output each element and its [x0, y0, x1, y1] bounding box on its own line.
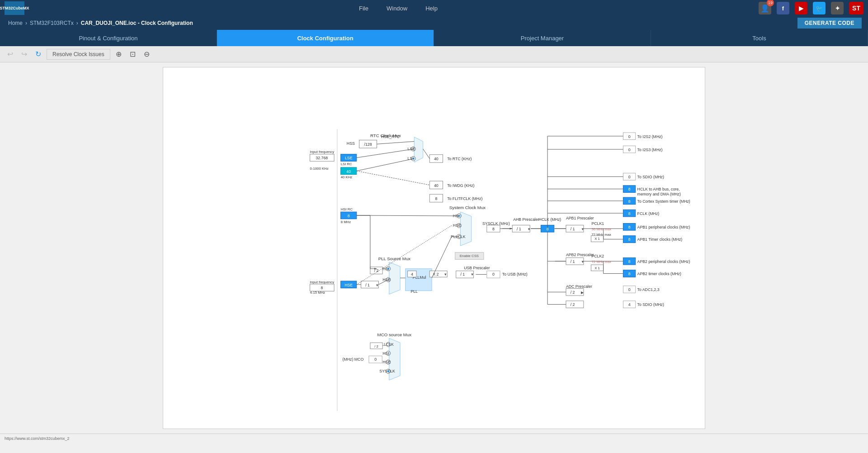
st-logo-icon[interactable]: ST [849, 2, 863, 14]
svg-text:40: 40 [434, 157, 439, 161]
svg-marker-119 [389, 262, 400, 294]
svg-text:To SDIO (MHz): To SDIO (MHz) [637, 302, 664, 307]
svg-text:40: 40 [346, 169, 351, 174]
svg-text:▼: ▼ [376, 283, 379, 287]
fit-button[interactable]: ⊡ [127, 48, 138, 60]
svg-text:HCLK to AHB bus, core,: HCLK to AHB bus, core, [637, 187, 680, 191]
svg-text:8: 8 [628, 187, 631, 191]
svg-text:0: 0 [628, 134, 631, 139]
svg-text:USB Prescaler: USB Prescaler [464, 266, 490, 270]
svg-text:HSE_RTC: HSE_RTC [381, 134, 400, 139]
community-icon[interactable]: ✦ [831, 2, 844, 14]
svg-text:PLL Source Mux: PLL Source Mux [378, 256, 411, 261]
svg-text:HCLK (MHz): HCLK (MHz) [539, 217, 561, 222]
svg-text:/ 1: / 1 [517, 227, 521, 231]
facebook-icon[interactable]: f [777, 2, 789, 14]
svg-text:8: 8 [628, 272, 631, 276]
undo-button[interactable]: ↩ [5, 48, 16, 60]
tab-project[interactable]: Project Manager [434, 30, 651, 46]
svg-text:36 MHz max: 36 MHz max [591, 227, 611, 231]
svg-text:(MHz) MCO: (MHz) MCO [343, 357, 364, 362]
zoom-in-button[interactable]: ⊕ [113, 48, 124, 60]
svg-text:System Clock Mux: System Clock Mux [449, 205, 486, 210]
breadcrumb-device[interactable]: STM32F103RCTx [28, 20, 75, 26]
clock-diagram-canvas: RTC Clock Mux /128 HSS HSE_RTC LSE LSI 4… [163, 67, 705, 429]
svg-text:Input frequency: Input frequency [310, 150, 335, 154]
svg-text:/ 1: / 1 [460, 272, 465, 277]
youtube-icon[interactable]: ▶ [795, 2, 807, 14]
svg-text:0: 0 [628, 287, 631, 292]
svg-text:FCLK (MHz): FCLK (MHz) [637, 211, 660, 216]
svg-text:0: 0 [628, 148, 631, 152]
svg-text:0: 0 [492, 272, 495, 277]
svg-text:HSI RC: HSI RC [341, 207, 353, 211]
top-right-icons: 👤 19 f ▶ 🐦 ✦ ST [759, 2, 863, 14]
svg-text:HSS: HSS [347, 141, 355, 146]
twitter-icon[interactable]: 🐦 [813, 2, 826, 14]
svg-text:8: 8 [628, 199, 631, 204]
svg-text:APB2 Prescaler: APB2 Prescaler [566, 253, 594, 257]
svg-text:To I2S2 (MHz): To I2S2 (MHz) [637, 134, 663, 139]
svg-text:▼: ▼ [581, 260, 585, 264]
tab-tools[interactable]: Tools [651, 30, 868, 46]
svg-text:PCLK1: PCLK1 [591, 221, 604, 226]
svg-text:To IWDG (KHz): To IWDG (KHz) [447, 183, 474, 188]
svg-text:APB1 Timer clocks (MHz): APB1 Timer clocks (MHz) [637, 237, 683, 242]
svg-text:LSI RC: LSI RC [341, 162, 352, 166]
svg-point-164 [387, 371, 389, 372]
svg-text:X 1: X 1 [594, 237, 600, 241]
svg-text:HSE: HSE [344, 283, 353, 287]
svg-text:APB1 peripheral clocks (MHz): APB1 peripheral clocks (MHz) [637, 225, 690, 229]
tab-pinout[interactable]: Pinout & Configuration [0, 30, 217, 46]
svg-text:APB2 timer clocks (MHz): APB2 timer clocks (MHz) [637, 272, 681, 276]
svg-text:/ 1: / 1 [571, 259, 575, 264]
toolbar: ↩ ↪ ↻ Resolve Clock Issues ⊕ ⊡ ⊖ [0, 46, 868, 62]
nav-help[interactable]: Help [425, 5, 438, 12]
svg-text:/ 2: / 2 [571, 302, 575, 307]
breadcrumb-project[interactable]: CAR_DUOJI_ONE.ioc - Clock Configuration [79, 20, 195, 26]
svg-text:MCO source Mux: MCO source Mux [377, 332, 412, 337]
svg-text:PCLK2: PCLK2 [591, 254, 604, 258]
svg-rect-0 [170, 67, 698, 429]
svg-text:To FLITFCLK (MHz): To FLITFCLK (MHz) [447, 196, 482, 201]
svg-text:8: 8 [628, 237, 631, 242]
nav-window[interactable]: Window [387, 5, 407, 12]
svg-text:/ 2: / 2 [374, 344, 378, 348]
tab-clock[interactable]: Clock Configuration [217, 30, 434, 46]
svg-text:Input frequency: Input frequency [310, 280, 335, 284]
svg-text:8: 8 [435, 196, 437, 201]
svg-text:ADC Prescaler: ADC Prescaler [566, 284, 592, 289]
svg-point-122 [387, 268, 389, 270]
svg-text:To I2S3 (MHz): To I2S3 (MHz) [637, 148, 663, 152]
redo-button[interactable]: ↪ [19, 48, 30, 60]
svg-text:SYSCLK: SYSCLK [379, 369, 395, 373]
svg-text:To SDIO (MHz): To SDIO (MHz) [637, 175, 664, 179]
svg-text:To Cortex System timer (MHz): To Cortex System timer (MHz) [637, 199, 690, 204]
url-text: https://www.st.com/stm32cubemx_2 [5, 436, 70, 441]
svg-text:HSI: HSI [382, 351, 389, 356]
svg-text:AHB Prescaler: AHB Prescaler [513, 217, 539, 222]
svg-text:LSE: LSE [345, 156, 353, 160]
svg-text:40: 40 [434, 183, 439, 188]
svg-text:▼: ▼ [527, 227, 531, 231]
svg-text:APB2 peripheral clocks (MHz): APB2 peripheral clocks (MHz) [637, 259, 690, 264]
svg-text:4: 4 [628, 302, 631, 307]
svg-text:40 KHz: 40 KHz [341, 175, 353, 179]
logo-box: STM32 CubeMX [5, 1, 24, 15]
svg-text:0: 0 [374, 357, 377, 362]
resolve-clock-button[interactable]: Resolve Clock Issues [47, 49, 110, 60]
breadcrumb-home[interactable]: Home [6, 20, 24, 26]
svg-text:/ 2: / 2 [571, 290, 575, 295]
clock-diagram-svg: RTC Clock Mux /128 HSS HSE_RTC LSE LSI 4… [163, 67, 705, 429]
generate-code-button[interactable]: GENERATE CODE [797, 18, 862, 29]
topbar: STM32 CubeMX File Window Help 👤 19 f ▶ 🐦… [0, 0, 868, 16]
status-bar: https://www.st.com/stm32cubemx_2 [0, 434, 868, 443]
nav-file[interactable]: File [359, 5, 368, 12]
svg-text:8: 8 [321, 286, 323, 290]
svg-text:8: 8 [628, 259, 631, 264]
svg-text:8: 8 [628, 225, 631, 229]
top-nav-menu: File Window Help [38, 5, 759, 12]
svg-text:/128: /128 [364, 142, 372, 147]
refresh-button[interactable]: ↻ [33, 48, 44, 60]
zoom-out-button[interactable]: ⊖ [141, 48, 152, 60]
